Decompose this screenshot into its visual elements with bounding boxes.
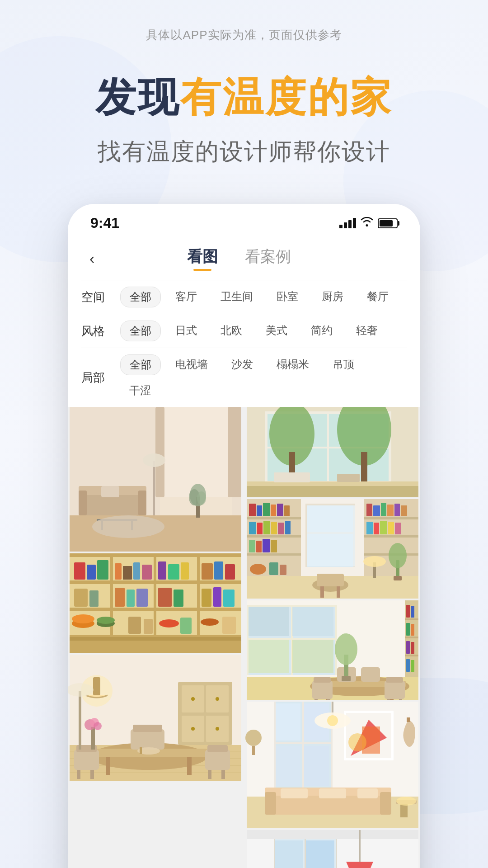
svg-rect-162	[373, 505, 380, 516]
svg-point-254	[396, 797, 416, 806]
svg-rect-214	[406, 623, 410, 636]
svg-rect-252	[400, 804, 404, 817]
hero-title-black: 发现	[95, 75, 180, 120]
svg-rect-52	[213, 587, 221, 607]
signal-icon	[339, 218, 356, 228]
hero-title: 发现有温度的家	[95, 70, 393, 125]
svg-rect-33	[97, 560, 108, 580]
svg-rect-97	[133, 725, 162, 732]
image-kitchen-shelves[interactable]	[68, 553, 243, 653]
svg-rect-257	[247, 830, 418, 839]
filter-tag-local-tatami[interactable]: 榻榻米	[267, 354, 318, 375]
grid-col-left	[68, 407, 243, 868]
filter-tag-local-tv[interactable]: 电视墙	[166, 354, 217, 375]
filter-tag-local-dry[interactable]: 干涩	[120, 381, 160, 401]
tab-kan-anli[interactable]: 看案例	[245, 246, 291, 271]
page-container: 具体以APP实际为准，页面仅供参考 发现有温度的家 找有温度的设计师帮你设计 9…	[0, 0, 488, 868]
status-icons	[339, 216, 398, 230]
svg-rect-233	[276, 746, 300, 786]
filter-tags-space: 全部 客厅 卫生间 卧室 厨房 餐厅	[120, 287, 398, 307]
svg-rect-139	[257, 523, 263, 534]
svg-rect-142	[278, 523, 284, 534]
svg-rect-96	[131, 729, 164, 750]
svg-rect-215	[411, 624, 414, 636]
filter-row-local: 局部 全部 电视墙 沙发 榻榻米 吊顶 干涩	[81, 348, 407, 407]
svg-rect-173	[317, 574, 344, 586]
svg-rect-141	[271, 522, 277, 534]
svg-rect-64	[70, 639, 241, 653]
svg-point-17	[143, 453, 165, 467]
filter-tag-local-sofa[interactable]: 沙发	[222, 354, 262, 375]
svg-rect-65	[70, 637, 241, 641]
svg-rect-99	[140, 747, 142, 754]
filter-tags-local: 全部 电视墙 沙发 榻榻米 吊顶 干涩	[120, 354, 407, 401]
svg-rect-158	[364, 517, 418, 519]
disclaimer-text: 具体以APP实际为准，页面仅供参考	[146, 27, 342, 43]
svg-rect-213	[411, 606, 414, 618]
svg-rect-39	[168, 564, 179, 580]
svg-rect-143	[285, 521, 291, 534]
svg-rect-167	[366, 522, 373, 534]
filter-tag-style-simple[interactable]: 简约	[302, 321, 342, 341]
svg-rect-140	[263, 521, 270, 534]
svg-rect-202	[385, 681, 405, 699]
svg-point-80	[191, 697, 195, 701]
filter-tag-style-japanese[interactable]: 日式	[166, 321, 206, 341]
filter-tag-style-all[interactable]: 全部	[120, 321, 161, 341]
svg-rect-203	[386, 677, 403, 683]
svg-point-180	[389, 543, 407, 568]
filter-tag-space-bathroom[interactable]: 卫生间	[211, 287, 262, 307]
filter-tag-local-ceiling[interactable]: 吊顶	[324, 354, 363, 375]
svg-rect-51	[202, 589, 211, 607]
image-study-window[interactable]	[245, 407, 420, 497]
svg-rect-163	[381, 503, 386, 516]
filter-tag-style-nordic[interactable]: 北欧	[211, 321, 251, 341]
image-minimal-lamp[interactable]	[245, 830, 420, 868]
svg-point-148	[250, 564, 266, 575]
svg-rect-244	[380, 792, 391, 815]
svg-rect-145	[256, 541, 262, 552]
image-open-study[interactable]	[245, 600, 420, 700]
svg-rect-10	[138, 491, 146, 515]
battery-icon	[378, 218, 398, 228]
svg-rect-136	[277, 504, 283, 516]
svg-rect-201	[327, 699, 330, 700]
filter-tag-space-kitchen[interactable]: 厨房	[313, 287, 352, 307]
filter-tag-space-living[interactable]: 客厅	[166, 287, 206, 307]
filter-tag-style-american[interactable]: 美式	[257, 321, 296, 341]
filter-label-style: 风格	[81, 323, 113, 339]
back-button[interactable]: ‹	[86, 246, 98, 271]
svg-rect-210	[405, 637, 418, 638]
svg-rect-133	[257, 505, 262, 516]
filter-tag-local-all[interactable]: 全部	[120, 354, 161, 375]
svg-rect-253	[404, 804, 408, 817]
svg-rect-217	[411, 642, 414, 654]
tab-kan-tu[interactable]: 看图	[187, 246, 218, 271]
filter-label-local: 局部	[81, 370, 113, 386]
svg-rect-46	[115, 588, 125, 607]
svg-rect-262	[336, 839, 337, 868]
image-dining-room[interactable]	[68, 655, 243, 781]
svg-rect-88	[74, 750, 99, 770]
filter-row-space: 空间 全部 客厅 卫生间 卧室 厨房 餐厅	[81, 280, 407, 314]
svg-rect-152	[305, 504, 307, 567]
svg-rect-146	[263, 539, 270, 552]
svg-rect-144	[249, 540, 255, 552]
image-living-room[interactable]	[68, 407, 243, 552]
filter-tag-style-luxury[interactable]: 轻奢	[347, 321, 387, 341]
svg-rect-230	[302, 702, 304, 788]
svg-point-60	[159, 619, 179, 627]
svg-rect-166	[401, 505, 407, 516]
image-art-living[interactable]	[245, 702, 420, 828]
filter-tag-space-bedroom[interactable]: 卧室	[267, 287, 307, 307]
svg-rect-93	[207, 745, 228, 752]
svg-point-105	[94, 722, 102, 730]
svg-rect-102	[91, 727, 95, 750]
svg-rect-122	[274, 472, 310, 482]
image-bookshelf-room[interactable]	[245, 499, 420, 599]
svg-rect-91	[90, 770, 94, 779]
filter-tag-space-all[interactable]: 全部	[120, 287, 161, 307]
filter-tag-space-dining[interactable]: 餐厅	[358, 287, 398, 307]
svg-point-15	[92, 515, 164, 538]
svg-rect-243	[265, 792, 276, 815]
